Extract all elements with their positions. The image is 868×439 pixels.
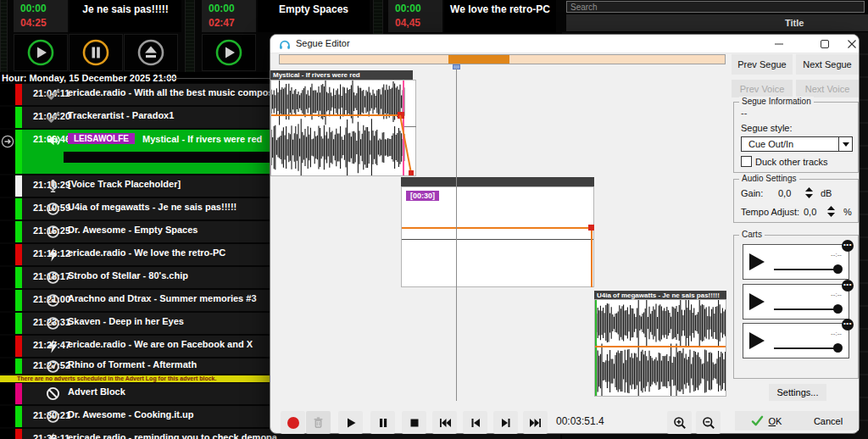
next-marker-button[interactable] [493,411,518,434]
chevron-down-icon[interactable] [838,137,852,151]
cart-time: --:-- [831,291,842,298]
record-button[interactable] [281,411,305,434]
maximize-button[interactable] [811,35,838,53]
cart-menu-button[interactable]: ••• [842,240,854,252]
cart-volume-knob[interactable] [833,304,843,314]
track1-waveform[interactable] [270,80,416,176]
deck1-remaining: 04:25 [20,15,68,31]
row-title: ericade.radio - We love the retro-PC [68,247,225,258]
segue-style-select[interactable]: Cue Out/In [741,136,853,152]
track3-waveform[interactable] [594,299,726,397]
deck1-eject-button[interactable] [124,34,178,71]
row-text-line: Rhino of Torment - Aftermath [68,359,197,370]
zoom-in-button[interactable] [667,411,692,434]
envelope-handle[interactable] [398,112,404,119]
cart-volume-knob[interactable] [833,264,843,274]
tempo-spinner[interactable] [827,206,835,217]
speaker-icon [46,133,60,147]
row-status-bar [15,244,22,265]
skip-start-icon [438,417,452,429]
prev-segue-button[interactable]: Prev Segue [732,54,793,75]
zoom-out-button[interactable] [696,411,721,434]
deck2-play-button[interactable] [202,34,256,71]
segue-overview-bar[interactable] [279,54,726,64]
cart-volume-slider[interactable] [774,269,840,270]
cart-time: --:-- [831,251,842,258]
row-status-bar [15,175,22,197]
row-status-bar [15,429,22,439]
next-icon [499,417,513,429]
row-status-bar [15,84,22,105]
close-button[interactable] [838,35,865,53]
cart-menu-button[interactable]: ••• [842,319,854,331]
volume-envelope[interactable] [402,227,592,229]
deck1-pause-button[interactable] [69,34,123,71]
tempo-label: Tempo Adjust: [741,207,799,217]
cart-volume-slider[interactable] [774,347,840,349]
cart-player: --:--••• [743,323,849,358]
duck-checkbox[interactable] [741,156,752,167]
cart-play-button[interactable] [748,292,765,314]
previous-marker-button[interactable] [463,411,487,434]
disc-icon [46,202,60,216]
row-text-line: ericade.radio - reminding you to check d… [68,432,277,439]
stop-button[interactable] [402,411,426,434]
cart-volume-slider[interactable] [774,308,840,310]
pause-icon [81,38,110,67]
cue-in-marker[interactable] [595,300,597,396]
row-title: Skaven - Deep in her Eyes [68,316,184,326]
segue-editor-dialog: Segue Editor Mystical - If rivers were r… [270,34,860,434]
deck3-remaining: 04,45 [395,15,442,31]
headphones-icon [278,37,292,51]
pause-button[interactable] [370,411,395,434]
fade-edge[interactable] [591,227,593,287]
row-gutter [0,84,15,105]
ok-button[interactable]: OK [735,411,798,431]
row-text-line: ericade.radio - With all the best music … [68,87,279,97]
check-icon [751,415,764,426]
row-gutter [0,429,15,439]
row-gutter [0,221,15,242]
search-input[interactable] [566,1,865,13]
carts-legend: Carts [739,230,765,239]
next-voice-button[interactable]: Next Voice [796,80,859,97]
play-icon [345,417,357,429]
deck1-play-button[interactable] [14,34,68,71]
row-title: U4ia of megawatts - Je ne sais pas!!!!! [68,202,236,212]
envelope-handle[interactable] [588,225,594,231]
audio-settings-group: Audio Settings Gain: 0,0 dB Tempo Adjust… [733,179,859,223]
volume-envelope[interactable] [271,114,401,116]
prev-voice-button[interactable]: Prev Voice [732,80,793,97]
cart-play-button[interactable] [748,331,765,353]
delete-button[interactable] [306,411,331,434]
next-segue-button[interactable]: Next Segue [796,54,859,75]
dialog-titlebar[interactable]: Segue Editor [270,35,859,53]
minimize-button[interactable] [765,35,793,53]
deck2-timer: 00:00 02:47 [202,0,256,32]
disc-icon [46,316,60,331]
gain-value[interactable]: 0,0 [778,188,791,198]
library-column-title[interactable]: Title [566,14,868,32]
row-status-bar [15,221,22,242]
cue-out-marker[interactable] [403,81,404,175]
bolt-icon [46,247,60,262]
track1-header: Mystical - If rivers were red [270,70,413,80]
skip-to-end-button[interactable] [523,411,548,434]
deck3-elapsed: 00:00 [395,2,442,15]
row-title: Mystical - If rivers were red [142,134,262,144]
skip-to-start-button[interactable] [432,411,457,434]
cart-menu-button[interactable]: ••• [842,280,854,292]
cart-volume-knob[interactable] [833,343,843,353]
cart-play-button[interactable] [748,253,765,275]
volume-envelope[interactable] [595,346,726,347]
row-text-line: Dr. Awesome - Empty Spaces [68,225,198,235]
play-button[interactable] [338,411,363,434]
row-title: Strobo of Stellar - 80's.chip [68,270,188,281]
row-text-line: Skaven - Deep in her Eyes [68,316,184,326]
cancel-button[interactable]: Cancel [798,411,859,431]
settings-button[interactable]: Settings... [769,384,826,401]
segue-overview-segment[interactable] [448,55,509,64]
tempo-value[interactable]: 0,0 [804,207,816,217]
track2-waveform[interactable]: [00:30] [401,186,594,287]
gain-spinner[interactable] [805,187,813,198]
